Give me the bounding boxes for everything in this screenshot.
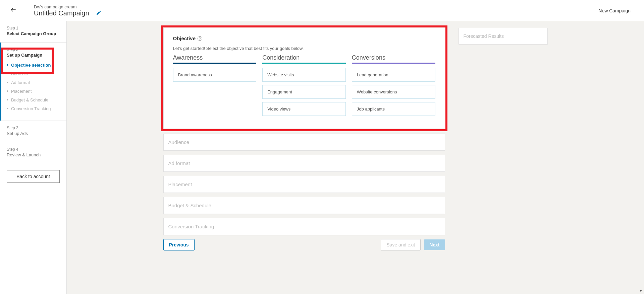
conversion-tracking-section[interactable]: Conversion Tracking: [163, 218, 445, 235]
placement-section[interactable]: Placement: [163, 176, 445, 193]
consideration-bar: [262, 63, 346, 64]
step-title: Review & Launch: [7, 152, 60, 157]
ad-format-section[interactable]: Ad format: [163, 155, 445, 172]
edit-pencil-icon[interactable]: [96, 10, 101, 16]
objective-card: Objective ? Let's get started! Select th…: [163, 28, 445, 129]
audience-section[interactable]: Audience: [163, 134, 445, 151]
awareness-title: Awareness: [173, 54, 257, 61]
title-block: Dw's campaign cream Untitled Campaign: [34, 4, 101, 17]
save-and-exit-button[interactable]: Save and exit: [381, 239, 421, 250]
consideration-title: Consideration: [262, 54, 346, 61]
option-website-visits[interactable]: Website visits: [262, 68, 346, 82]
sidebar-step-4[interactable]: Step 4 Review & Launch: [0, 142, 66, 163]
conversions-title: Conversions: [352, 54, 435, 61]
back-arrow-icon[interactable]: [7, 6, 20, 15]
option-brand-awareness[interactable]: Brand awareness: [173, 68, 257, 82]
previous-button[interactable]: Previous: [163, 239, 195, 250]
forecast-title: Forecasted Results: [464, 33, 504, 39]
substep-placement[interactable]: Placement: [7, 88, 60, 94]
option-video-views[interactable]: Video views: [262, 102, 346, 116]
bottom-actions: Previous Save and exit Next: [163, 239, 445, 250]
sidebar-step-2[interactable]: Step 2 Set up Campaign Objective selecti…: [0, 43, 66, 121]
awareness-bar: [173, 63, 257, 64]
conversions-column: Conversions Lead generation Website conv…: [352, 54, 435, 119]
option-lead-generation[interactable]: Lead generation: [352, 68, 435, 82]
campaign-group-name[interactable]: Dw's campaign cream: [34, 4, 101, 9]
help-icon[interactable]: ?: [198, 36, 202, 41]
divider: [27, 0, 27, 21]
step-number: Step 1: [7, 26, 60, 30]
scroll-down-caret-icon[interactable]: ▼: [639, 289, 643, 293]
substep-objective-selection[interactable]: Objective selection: [7, 62, 60, 68]
new-campaign-label: New Campaign: [598, 8, 631, 13]
conversions-bar: [352, 63, 435, 64]
step-number: Step 4: [7, 147, 60, 152]
step-title: Select Campaign Group: [7, 31, 60, 36]
step-number: Step 2: [7, 47, 60, 52]
option-job-applicants[interactable]: Job applicants: [352, 102, 435, 116]
substep-audience[interactable]: Audience: [7, 71, 60, 76]
consideration-column: Consideration Website visits Engagement …: [262, 54, 346, 119]
sidebar-step-3[interactable]: Step 3 Set up Ads: [0, 121, 66, 142]
forecasted-results-card[interactable]: Forecasted Results: [459, 28, 548, 45]
substep-ad-format[interactable]: Ad format: [7, 80, 60, 85]
budget-schedule-section[interactable]: Budget & Schedule: [163, 197, 445, 214]
awareness-column: Awareness Brand awareness: [173, 54, 257, 119]
sidebar-step-1[interactable]: Step 1 Select Campaign Group: [0, 21, 66, 43]
step-number: Step 3: [7, 126, 60, 130]
objective-subtitle: Let's get started! Select the objective …: [173, 46, 435, 51]
option-engagement[interactable]: Engagement: [262, 85, 346, 99]
step-title: Set up Ads: [7, 131, 60, 136]
option-website-conversions[interactable]: Website conversions: [352, 85, 435, 99]
sidebar: Step 1 Select Campaign Group Step 2 Set …: [0, 21, 67, 294]
main-scroll[interactable]: Objective ? Let's get started! Select th…: [67, 21, 644, 294]
substep-budget-schedule[interactable]: Budget & Schedule: [7, 97, 60, 102]
step-title: Set up Campaign: [7, 53, 60, 58]
top-bar: Dw's campaign cream Untitled Campaign Ne…: [0, 0, 644, 21]
objective-title: Objective: [173, 35, 196, 41]
back-to-account-button[interactable]: Back to account: [7, 170, 60, 183]
substep-conversion-tracking[interactable]: Conversion Tracking: [7, 106, 60, 111]
campaign-name: Untitled Campaign: [34, 9, 89, 17]
next-button[interactable]: Next: [424, 239, 445, 250]
